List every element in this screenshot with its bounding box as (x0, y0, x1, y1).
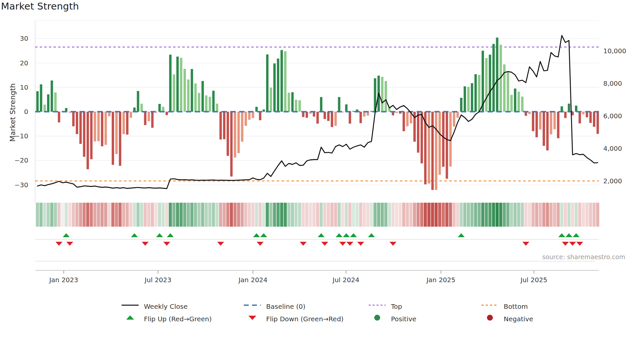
strength-bar (184, 69, 186, 112)
heatmap-cell (169, 203, 172, 227)
heatmap-cell (262, 203, 265, 227)
heatmap-cell (190, 203, 194, 227)
heatmap-cell (43, 203, 46, 227)
strength-bar (144, 112, 146, 125)
flip-up-marker (156, 233, 163, 237)
strength-bar (568, 104, 570, 112)
strength-bar (69, 112, 71, 113)
flip-down-marker (66, 242, 73, 246)
strength-bar (237, 112, 240, 153)
strength-bar (298, 100, 301, 112)
strength-bar (478, 75, 480, 112)
strength-bar (446, 112, 448, 179)
right-axis-tick-label: 2,000 (603, 177, 622, 185)
heatmap-cell (517, 203, 520, 227)
heatmap-cell (287, 203, 290, 227)
strength-bar (176, 57, 179, 112)
strength-bar (406, 112, 408, 126)
strength-bar (230, 112, 233, 176)
strength-bar (180, 58, 182, 112)
heatmap-cell (82, 203, 86, 227)
strength-bar (402, 112, 405, 131)
strength-bar (395, 112, 398, 113)
heatmap-cell (280, 203, 283, 227)
heatmap-cell (363, 203, 366, 227)
heatmap-cell (201, 203, 204, 227)
heatmap-cell (495, 203, 499, 227)
dotted-line-swatch-icon (368, 303, 386, 310)
heatmap-cell (79, 203, 82, 227)
strength-bar (439, 112, 441, 175)
strength-bar (90, 112, 92, 159)
strength-bar (201, 81, 204, 112)
heatmap-cell (129, 203, 132, 227)
heatmap-cell (194, 203, 197, 227)
strength-bar (266, 55, 268, 112)
strength-bar (36, 91, 38, 112)
heatmap-cell (596, 203, 599, 227)
heatmap-cell (219, 203, 222, 227)
flip-up-marker (343, 233, 350, 237)
heatmap-cell (348, 203, 352, 227)
legend-item-negative: Negative (481, 314, 533, 324)
strength-bar (94, 112, 96, 142)
legend-item-bottom: Bottom (481, 302, 528, 311)
flip-up-marker (131, 233, 138, 237)
heatmap-cell (93, 203, 97, 227)
strength-bar (453, 112, 455, 126)
strength-bar (596, 112, 599, 134)
strength-bar (119, 112, 121, 166)
strength-bar (593, 112, 595, 127)
x-axis-tick-label: Jan 2025 (421, 276, 461, 284)
strength-bar (277, 58, 279, 112)
x-axis-tick-label: Jul 2024 (326, 276, 366, 284)
heatmap-cell (108, 203, 111, 227)
left-axis-tick-label: 20 (3, 59, 28, 67)
heatmap-cell (248, 203, 251, 227)
heatmap-cell (442, 203, 445, 227)
strength-bar (291, 92, 293, 112)
strength-bar (331, 112, 333, 127)
heatmap-cell (65, 203, 68, 227)
flip-down-marker (357, 242, 364, 246)
heatmap-cell (47, 203, 50, 227)
legend-item-flip-down: Flip Down (Green→Red) (243, 314, 344, 324)
heatmap-cell (381, 203, 384, 227)
heatmap-cell (312, 203, 316, 227)
strength-bar (259, 112, 261, 120)
left-axis-tick-label: 30 (3, 34, 28, 42)
strength-bar (223, 112, 225, 139)
heatmap-cell (438, 203, 441, 227)
strength-bar (381, 77, 383, 112)
strength-bar (123, 112, 125, 134)
strength-bar (456, 112, 459, 118)
heatmap-cell (456, 203, 459, 227)
triangle-up-icon (121, 315, 139, 323)
flip-down-marker (522, 242, 529, 246)
heatmap-cell (151, 203, 154, 227)
heatmap-cell (388, 203, 391, 227)
line-swatch-icon (121, 303, 139, 310)
heatmap-cell (420, 203, 424, 227)
heatmap-cell (61, 203, 64, 227)
heatmap-cell (460, 203, 463, 227)
flip-down-marker (390, 242, 397, 246)
strength-bar (115, 112, 118, 154)
heatmap-cell (162, 203, 165, 227)
heatmap-cell (144, 203, 147, 227)
heatmap-cell (546, 203, 549, 227)
right-axis-tick-label: 8,000 (603, 79, 622, 87)
heatmap-cell (352, 203, 355, 227)
flip-down-marker (257, 242, 264, 246)
heatmap-cell (417, 203, 420, 227)
x-axis-tick-label: Jul 2025 (514, 276, 554, 284)
heatmap-cell (409, 203, 413, 227)
strength-bar (489, 55, 491, 112)
flip-up-marker (565, 233, 572, 237)
strength-bar (302, 112, 304, 117)
strength-bar (244, 112, 247, 126)
strength-bar (288, 93, 290, 112)
heatmap-cell (205, 203, 208, 227)
heatmap-cell (216, 203, 219, 227)
heatmap-cell (503, 203, 506, 227)
